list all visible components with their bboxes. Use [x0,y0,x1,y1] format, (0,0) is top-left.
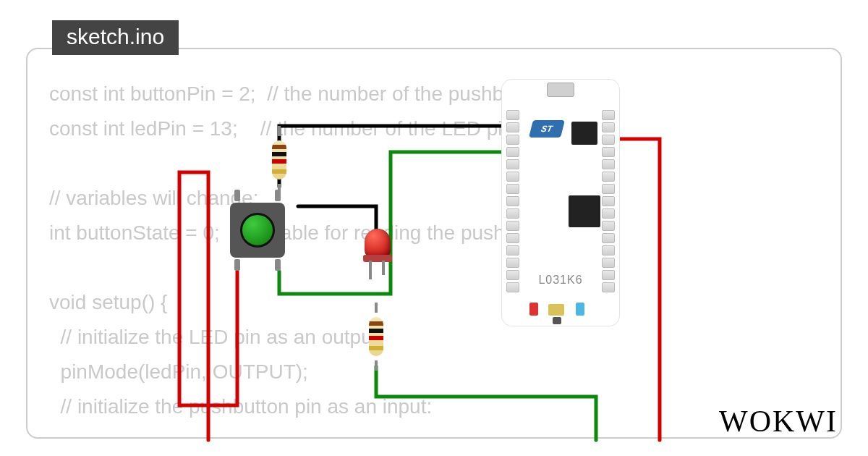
led-cathode [382,261,385,275]
wokwi-logo: WOKWI [719,404,838,439]
board-reset-button[interactable] [553,317,561,324]
led-base [363,255,392,262]
file-tab[interactable]: sketch.ino [52,20,179,55]
led-bulb [365,229,391,258]
led-anode [369,261,372,279]
board-model-label: L031K6 [502,274,619,287]
pushbutton-leg [234,190,240,201]
board-led-blue [576,303,584,316]
board-led-red [529,303,538,316]
st-logo-text: ST [540,124,554,134]
usb-connector [547,83,574,97]
pin-header-left [506,110,519,292]
pushbutton[interactable] [224,197,291,263]
pushbutton-leg [275,190,281,201]
pushbutton-leg [234,259,240,271]
file-tab-label: sketch.ino [67,25,164,48]
led-red[interactable] [357,229,398,287]
st-logo: ST [529,120,565,138]
pin-header-right [602,110,615,292]
pushbutton-leg [275,259,281,271]
nucleo-board[interactable]: ST L031K6 [502,80,619,326]
pushbutton-cap [240,213,275,248]
wokwi-logo-text: WOKWI [719,405,838,438]
board-jumper [548,304,564,316]
mcu-main-chip [569,195,600,227]
mcu-small-chip [571,122,597,145]
